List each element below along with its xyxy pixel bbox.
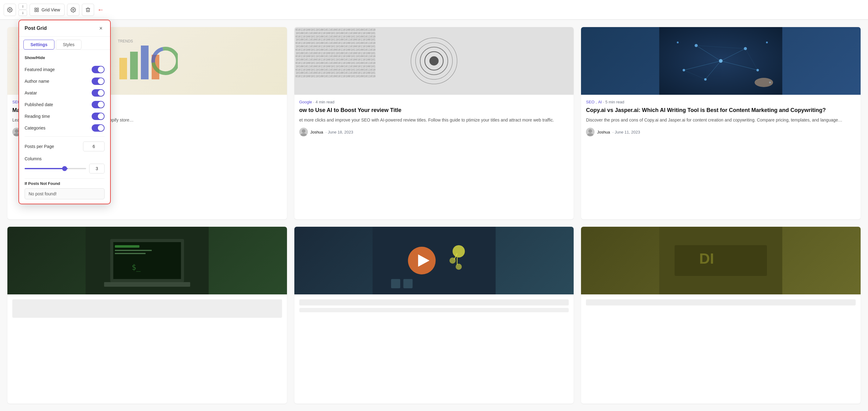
olive-svg: DI	[581, 227, 861, 294]
svg-rect-60	[403, 279, 412, 288]
card-2-excerpt: et more clicks and improve your SEO with…	[299, 117, 569, 123]
toggle-row-categories: Categories	[25, 122, 104, 134]
card-3-tag-ai[interactable]: AI	[598, 100, 601, 104]
svg-point-33	[744, 47, 747, 50]
card-2-author: Joshua · June 18, 2023	[299, 128, 569, 136]
svg-point-40	[755, 78, 773, 87]
columns-value[interactable]: 3	[89, 164, 104, 173]
svg-rect-62	[675, 245, 767, 276]
toggle-row-published-date: Published date	[25, 99, 104, 110]
author-name-toggle[interactable]	[92, 77, 104, 85]
card-5-image	[294, 227, 574, 294]
card-6-image: DI	[581, 227, 861, 294]
card-6: DI	[581, 227, 861, 404]
svg-rect-8	[141, 45, 149, 80]
svg-point-34	[757, 69, 759, 71]
columns-label: Columns	[25, 156, 104, 161]
card-4-body	[7, 294, 287, 326]
not-found-input[interactable]	[25, 188, 104, 199]
svg-rect-4	[37, 10, 38, 12]
svg-point-56	[456, 264, 462, 270]
card-2-body: Google · 4 min read ow to Use AI to Boos…	[294, 95, 574, 141]
card-5	[294, 227, 574, 404]
published-date-knob	[98, 101, 104, 108]
card-3-body: SEO, AI · 5 min read Copy.ai vs Jasper.a…	[581, 95, 861, 141]
featured-image-toggle[interactable]	[92, 66, 104, 73]
not-found-section: If Posts Not Found	[25, 181, 104, 199]
svg-point-42	[587, 133, 593, 136]
panel-overlay: Post Grid × Settings Styles Show/Hide Fe…	[19, 20, 111, 204]
svg-point-36	[683, 69, 685, 71]
card-3-author: Joshua · June 11, 2023	[586, 128, 856, 136]
card-3-image	[581, 27, 861, 95]
card-2-avatar	[299, 128, 308, 136]
card-3-tag-seo[interactable]: SEO	[586, 100, 594, 104]
svg-text:$_: $_	[132, 263, 141, 272]
svg-point-38	[766, 41, 768, 43]
laptop-svg: $_	[7, 227, 287, 294]
card-3-avatar	[586, 128, 594, 136]
avatar-knob	[98, 90, 104, 96]
svg-rect-59	[391, 279, 400, 288]
arrow-down-button[interactable]: ⇩	[19, 10, 27, 16]
card-4-image: $_	[7, 227, 287, 294]
card-3-meta: SEO, AI · 5 min read	[586, 100, 856, 104]
published-date-toggle[interactable]	[92, 101, 104, 108]
card-2-meta: Google · 4 min read	[299, 100, 569, 104]
svg-text:DI: DI	[700, 250, 714, 267]
delete-button[interactable]	[82, 4, 94, 16]
reading-time-knob	[98, 113, 104, 119]
featured-image-label: Featured image	[25, 67, 55, 72]
card-3: SEO, AI · 5 min read Copy.ai vs Jasper.a…	[581, 27, 861, 219]
gear-button[interactable]	[4, 4, 16, 16]
card-2-title: ow to Use AI to Boost Your review Title	[299, 107, 569, 114]
panel-title: Post Grid	[25, 26, 47, 31]
posts-per-page-input[interactable]: 6	[83, 141, 104, 151]
divider-2	[25, 179, 104, 179]
panel-close-button[interactable]: ×	[97, 25, 104, 32]
avatar-toggle[interactable]	[92, 89, 104, 97]
toggle-row-author-name: Author name	[25, 75, 104, 87]
columns-row: Columns 3	[25, 154, 104, 176]
categories-toggle[interactable]	[92, 124, 104, 132]
toggle-row-reading-time: Reading time	[25, 110, 104, 122]
grid-view-button[interactable]: Grid View	[30, 4, 65, 16]
slider-thumb[interactable]	[62, 166, 67, 171]
not-found-label: If Posts Not Found	[25, 181, 104, 186]
categories-label: Categories	[25, 126, 45, 130]
settings-button[interactable]	[67, 4, 80, 16]
svg-rect-6	[119, 58, 127, 80]
red-arrow-indicator: ←	[97, 6, 104, 14]
show-hide-label: Show/Hide	[25, 55, 104, 60]
card-3-author-name: Joshua	[597, 130, 610, 134]
svg-rect-48	[115, 253, 146, 254]
svg-text:TRENDS: TRENDS	[118, 39, 133, 43]
tab-settings[interactable]: Settings	[23, 40, 55, 50]
svg-rect-1	[35, 8, 36, 9]
svg-point-35	[704, 78, 707, 81]
reading-time-label: Reading time	[25, 114, 50, 119]
arrow-up-button[interactable]: ⇧	[19, 3, 27, 9]
reading-time-toggle[interactable]	[92, 113, 104, 120]
panel-tabs: Settings Styles	[19, 37, 110, 50]
card-2-tag-google[interactable]: Google	[299, 100, 312, 104]
svg-point-41	[588, 129, 592, 133]
network-svg	[581, 27, 861, 95]
card-6-body	[581, 294, 861, 313]
svg-point-54	[453, 245, 465, 257]
svg-rect-3	[35, 10, 36, 12]
card-2-author-name: Joshua	[310, 130, 323, 134]
svg-rect-7	[130, 52, 138, 80]
columns-slider-track[interactable]	[25, 168, 86, 169]
svg-point-5	[72, 9, 74, 10]
featured-image-knob	[98, 66, 104, 73]
grid-view-label: Grid View	[41, 7, 60, 12]
card-4: $_	[7, 227, 287, 404]
categories-knob	[98, 125, 104, 131]
tab-styles[interactable]: Styles	[56, 40, 82, 50]
post-grid-panel: Post Grid × Settings Styles Show/Hide Fe…	[19, 20, 111, 204]
svg-rect-46	[115, 245, 140, 248]
post-grid: TRENDS SEO, AI · 3 min read Maximizing S…	[0, 20, 868, 411]
card-5-body	[294, 294, 574, 319]
panel-body: Show/Hide Featured image Author name Ava…	[19, 50, 110, 204]
